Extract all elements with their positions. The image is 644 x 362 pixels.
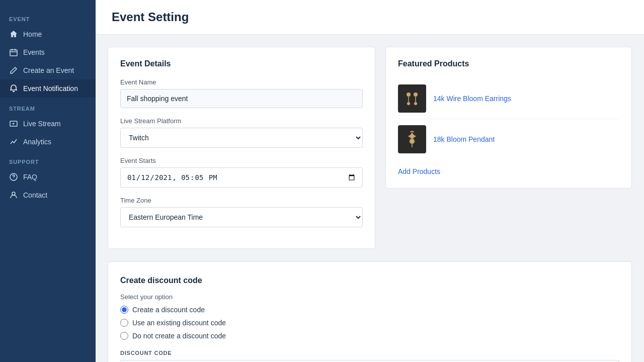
home-icon [9,30,18,39]
radio-existing[interactable]: Use an existing discount code [120,319,619,327]
event-name-label: Event Name [120,78,363,86]
sidebar-item-label-home: Home [23,30,42,38]
sidebar-section-support: SUPPORT [0,151,96,168]
radio-none[interactable]: Do not create a discount code [120,332,619,340]
discount-title: Create discount code [120,276,619,285]
event-name-group: Event Name [120,78,363,108]
radio-create-input[interactable] [120,306,128,314]
svg-point-6 [407,102,410,105]
svg-point-3 [12,192,15,195]
event-starts-label: Event Starts [120,157,363,164]
svg-point-4 [407,93,411,97]
event-starts-input[interactable] [120,167,363,188]
sidebar-item-label-events: Events [23,48,45,56]
calendar-icon [9,48,18,57]
discount-card: Create discount code Select your option … [108,261,632,362]
sidebar-item-live-stream[interactable]: Live Stream [0,115,96,133]
sidebar-item-event-notification[interactable]: Event Notification [0,79,96,98]
event-details-title: Event Details [120,59,363,68]
featured-products-title: Featured Products [398,59,619,68]
platform-label: Live Stream Platform [120,117,363,125]
timezone-label: Time Zone [120,197,363,204]
radio-create[interactable]: Create a discount code [120,306,619,314]
radio-existing-input[interactable] [120,319,128,327]
sidebar-item-label-analytics: Analytics [23,138,51,146]
timezone-select[interactable]: Eastern European Time UTC Pacific Time E… [120,207,363,227]
add-products-link[interactable]: Add Products [398,167,440,175]
product-name-earrings[interactable]: 14k Wire Bloom Earrings [433,95,511,103]
sidebar-item-create-event[interactable]: Create an Event [0,61,96,79]
sidebar-item-analytics[interactable]: Analytics [0,133,96,151]
sidebar-item-events[interactable]: Events [0,43,96,61]
edit-icon [9,66,18,75]
featured-products-card: Featured Products 14k Wire Bloom Earring… [385,47,632,189]
chart-icon [9,137,18,146]
platform-group: Live Stream Platform Twitch YouTube Face… [120,117,363,148]
product-name-pendant[interactable]: 18k Bloom Pendant [433,135,495,143]
svg-point-7 [414,102,417,105]
event-starts-group: Event Starts [120,157,363,188]
sidebar-item-label-live-stream: Live Stream [23,120,61,128]
main-content: Event Setting Event Details Event Name L… [96,0,644,362]
product-item-earrings: 14k Wire Bloom Earrings [398,78,619,119]
sidebar-item-home[interactable]: Home [0,25,96,43]
radio-create-label: Create a discount code [132,306,205,314]
event-details-card: Event Details Event Name Live Stream Pla… [108,47,375,249]
sidebar-item-label-contact: Contact [23,191,47,199]
sidebar-item-contact[interactable]: Contact [0,186,96,204]
product-item-pendant: 18k Bloom Pendant [398,119,619,159]
product-thumb-earrings [398,84,426,113]
svg-rect-0 [10,50,17,56]
svg-rect-10 [411,131,413,132]
sidebar-item-faq[interactable]: FAQ [0,168,96,186]
svg-point-5 [414,93,418,97]
content-area: Event Details Event Name Live Stream Pla… [96,35,644,261]
sidebar: EVENTHomeEventsCreate an EventEvent Noti… [0,0,96,362]
discount-code-label: DISCOUNT CODE [120,350,619,356]
timezone-group: Time Zone Eastern European Time UTC Paci… [120,197,363,227]
sidebar-item-label-event-notification: Event Notification [23,84,78,93]
platform-select[interactable]: Twitch YouTube Facebook [120,128,363,148]
discount-options-group: Create a discount code Use an existing d… [120,306,619,340]
radio-none-input[interactable] [120,332,128,340]
sidebar-item-label-faq: FAQ [23,173,37,181]
sidebar-section-event: EVENT [0,8,96,25]
bell-icon [9,84,18,93]
event-name-input[interactable] [120,89,363,108]
sidebar-section-stream: STREAM [0,98,96,115]
sidebar-item-label-create-event: Create an Event [23,66,74,74]
page-header: Event Setting [96,0,644,35]
stream-icon [9,119,18,128]
product-thumb-pendant [398,125,426,153]
radio-existing-label: Use an existing discount code [132,319,226,327]
radio-none-label: Do not create a discount code [132,332,226,340]
discount-code-input[interactable] [120,360,619,362]
question-icon [9,172,18,182]
person-icon [9,191,18,200]
page-title: Event Setting [112,10,628,24]
options-label: Select your option [120,293,619,301]
svg-point-8 [410,139,415,144]
